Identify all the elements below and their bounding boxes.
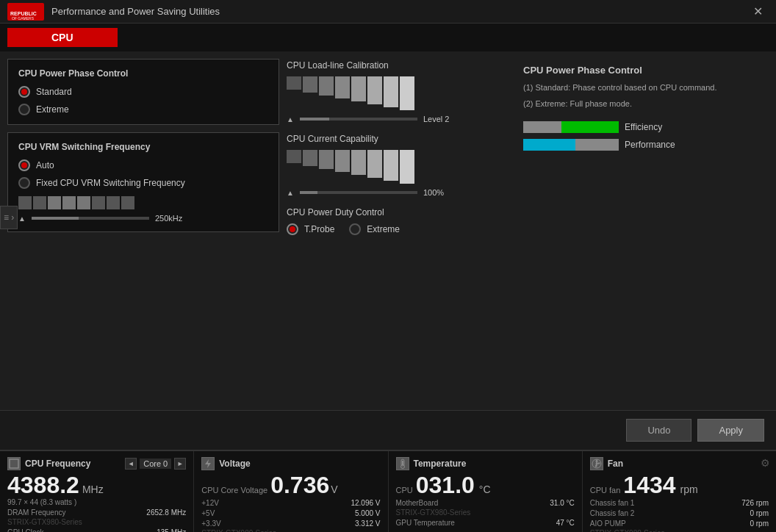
fan-row-label: AIO PUMP <box>590 520 626 528</box>
cur-step-2 <box>303 150 317 166</box>
duty-extreme-radio[interactable] <box>349 223 361 235</box>
app-title: Performance and Power Saving Utilities <box>51 6 747 17</box>
voltage-value-row: CPU Core Voltage 0.736 V <box>201 473 380 497</box>
llc-fill <box>300 118 329 121</box>
temp-label: Temperature <box>414 459 467 469</box>
llc-step-4 <box>335 76 350 98</box>
strix-label-cpu: STRIX-GTX980-Series <box>7 518 186 526</box>
vrm-auto-option[interactable]: Auto <box>18 159 268 171</box>
cpu-vrm-panel: CPU VRM Switching Frequency Auto Fixed C… <box>7 132 279 232</box>
apply-button[interactable]: Apply <box>697 419 764 442</box>
dram-freq-label: DRAM Frequency <box>7 508 65 517</box>
status-bar: CPU Frequency ◄ Core 0 ► 4388.2 MHz 99.7… <box>0 450 776 532</box>
llc-slider-bar[interactable] <box>300 118 417 121</box>
fan-row-label: Chassis fan 1 <box>590 499 635 507</box>
gpu-temp-label: GPU Temperature <box>396 519 455 527</box>
power-duty-title: CPU Power Duty Control <box>287 207 507 218</box>
temp-icon <box>396 457 409 470</box>
llc-arrow: ▲ <box>287 115 294 123</box>
llc-title: CPU Load-line Calibration <box>287 60 507 71</box>
cur-step-3 <box>319 150 334 169</box>
cpu-fan-label: CPU fan <box>590 486 621 495</box>
svg-text:OF GAMERS: OF GAMERS <box>12 16 35 21</box>
vrm-slider-bar[interactable] <box>32 217 149 220</box>
svg-point-7 <box>400 465 404 469</box>
gpu-clock-val: 135 MHz <box>157 528 186 532</box>
action-bar: Undo Apply <box>0 410 776 450</box>
gpu-clock-row: GPU Clock 135 MHz <box>7 528 186 532</box>
cpu-freq-prev[interactable]: ◄ <box>125 458 137 470</box>
vrm-fixed-radio[interactable] <box>18 177 30 189</box>
phase-standard-radio[interactable] <box>18 86 30 98</box>
phase-extreme-option[interactable]: Extreme <box>18 104 268 115</box>
cpu-freq-icon <box>7 457 21 470</box>
strix-label-voltage: STRIX-GTX980-Series <box>201 529 380 532</box>
temp-row-label: MotherBoard <box>396 499 439 507</box>
cpu-freq-header: CPU Frequency ◄ Core 0 ► <box>7 457 186 470</box>
cur-step-6 <box>367 150 382 178</box>
llc-section: CPU Load-line Calibration ▲ Level 2 <box>287 60 507 123</box>
cpu-core-v-unit: V <box>331 484 337 495</box>
vrm-step-8 <box>121 196 134 209</box>
dram-freq-row: DRAM Frequency 2652.8 MHz <box>7 508 186 517</box>
fan-row: Chassis fan 20 rpm <box>590 509 769 517</box>
phase-extreme-label: Extreme <box>36 104 69 115</box>
duty-extreme-label: Extreme <box>367 224 400 234</box>
rog-logo: REPUBLIC OF GAMERS <box>7 3 44 21</box>
vrm-auto-radio[interactable] <box>18 159 30 171</box>
vrm-slider-track-row: ▲ 250kHz <box>18 214 268 223</box>
cpu-freq-value-row: 4388.2 MHz <box>7 473 186 497</box>
cpu-freq-section: CPU Frequency ◄ Core 0 ► 4388.2 MHz 99.7… <box>0 451 194 532</box>
svg-rect-4 <box>11 461 17 467</box>
gpu-temp-row: GPU Temperature 47 °C <box>396 519 575 527</box>
left-panel: CPU Power Phase Control Standard Extreme… <box>7 59 279 403</box>
current-cap-title: CPU Current Capability <box>287 134 507 144</box>
voltage-row-val: 5.000 V <box>355 509 380 517</box>
cpu-power-phase-panel: CPU Power Phase Control Standard Extreme <box>7 59 279 125</box>
voltage-row: +12V12.096 V <box>201 499 380 507</box>
current-slider-bar[interactable] <box>300 191 417 194</box>
duty-extreme-option[interactable]: Extreme <box>349 223 400 235</box>
cpu-fan-value: 1434 <box>623 473 675 497</box>
cur-step-8 <box>400 150 414 184</box>
phase-extreme-radio[interactable] <box>18 104 30 115</box>
duty-tprobe-label: T.Probe <box>304 224 334 234</box>
gpu-clock-label: GPU Clock <box>7 528 43 532</box>
sidebar-toggle[interactable]: ≡ › <box>0 206 18 229</box>
llc-steps-row <box>287 76 507 110</box>
cpu-power-phase-options: Standard Extreme <box>18 86 268 115</box>
voltage-row-val: 12.096 V <box>351 499 380 507</box>
dram-freq-val: 2652.8 MHz <box>146 508 186 517</box>
vrm-fixed-option[interactable]: Fixed CPU VRM Switching Frequency <box>18 177 268 189</box>
duty-tprobe-option[interactable]: T.Probe <box>287 223 334 235</box>
cpu-freq-next[interactable]: ► <box>174 458 186 470</box>
tab-cpu[interactable]: CPU <box>7 28 118 47</box>
title-bar: REPUBLIC OF GAMERS Performance and Power… <box>0 0 776 24</box>
strix-label-temp: STRIX-GTX980-Series <box>396 508 575 517</box>
right-panel-title: CPU Power Phase Control <box>523 65 760 76</box>
temp-section: Temperature CPU 031.0 °C MotherBoard31.0… <box>389 451 583 532</box>
cpu-freq-nav-label: Core 0 <box>140 459 171 469</box>
current-fill <box>300 191 317 194</box>
llc-value: Level 2 <box>423 115 449 123</box>
phase-standard-option[interactable]: Standard <box>18 86 268 98</box>
temp-row: MotherBoard31.0 °C <box>396 499 575 507</box>
cpu-power-phase-title: CPU Power Phase Control <box>18 68 268 79</box>
cpu-freq-nav: ◄ Core 0 ► <box>125 458 186 470</box>
current-value: 100% <box>423 188 444 197</box>
cpu-temp-value: 031.0 <box>416 473 475 497</box>
temp-value-row: CPU 031.0 °C <box>396 473 575 497</box>
duty-tprobe-radio[interactable] <box>287 223 298 235</box>
undo-button[interactable]: Undo <box>626 419 691 442</box>
gear-icon[interactable]: ⚙ <box>761 457 770 469</box>
fan-label: Fan <box>608 459 623 469</box>
efficiency-label: Efficiency <box>625 122 662 132</box>
phase-standard-label: Standard <box>36 87 72 97</box>
cpu-freq-sub: 99.7 × 44 (8.3 watts ) <box>7 498 186 506</box>
right-panel-desc2: (2) Extreme: Full phase mode. <box>523 98 760 110</box>
vrm-fixed-label: Fixed CPU VRM Switching Frequency <box>36 178 185 188</box>
main-content: ≡ › CPU Power Phase Control Standard Ext… <box>0 51 776 410</box>
llc-step-7 <box>384 76 398 107</box>
vrm-step-4 <box>62 196 76 209</box>
close-button[interactable]: ✕ <box>747 1 769 21</box>
